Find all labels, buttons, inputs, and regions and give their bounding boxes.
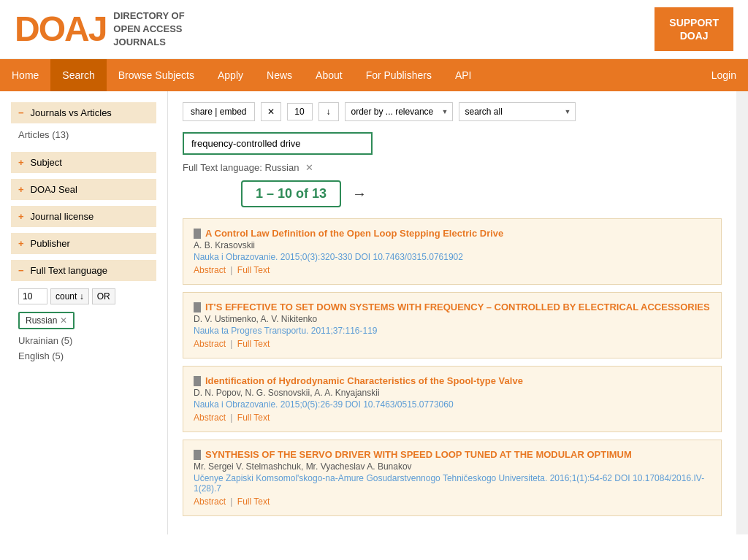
toggle-plus-subject: + <box>18 157 24 168</box>
result-links: Abstract | Full Text <box>194 496 711 507</box>
result-author: D. V. Ustimenko, A. V. Nikitenko <box>194 314 711 324</box>
subject-section: + Subject <box>11 152 156 173</box>
publisher-section: + Publisher <box>11 233 156 254</box>
fulltext-link[interactable]: Full Text <box>237 339 270 349</box>
result-links: Abstract | Full Text <box>194 413 711 423</box>
doaj-seal-section: + DOAJ Seal <box>11 179 156 200</box>
nav-login[interactable]: Login <box>700 59 748 91</box>
order-by-dropdown[interactable]: order by ... relevance <box>345 102 453 121</box>
toggle-plus-journal-license: + <box>18 211 24 222</box>
result-title-link[interactable]: SYNTHESIS OF THE SERVO DRIVER WITH SPEED… <box>205 449 632 460</box>
subject-header[interactable]: + Subject <box>11 152 156 173</box>
search-all-input[interactable] <box>459 102 576 121</box>
nav-about[interactable]: About <box>304 59 354 91</box>
scrollbar[interactable] <box>736 91 748 534</box>
nav-apply[interactable]: Apply <box>206 59 255 91</box>
result-title-row: Identification of Hydrodynamic Character… <box>194 375 711 386</box>
document-icon <box>194 376 201 386</box>
main-nav: Home Search Browse Subjects Apply News A… <box>0 59 748 91</box>
document-icon <box>194 450 201 460</box>
result-title-link[interactable]: Identification of Hydrodynamic Character… <box>205 375 523 386</box>
nav-api[interactable]: API <box>443 59 484 91</box>
full-text-language-items: count ↓ OR Russian ✕ Ukrainian (5) Engli… <box>11 281 156 367</box>
result-item: IT'S EFFECTIVE TO SET DOWN SYSTEMS WITH … <box>183 292 722 358</box>
toggle-minus: − <box>18 107 24 118</box>
result-item: Identification of Hydrodynamic Character… <box>183 366 722 432</box>
journal-license-header[interactable]: + Journal license <box>11 206 156 227</box>
order-by-dropdown-wrap: order by ... relevance <box>345 102 453 121</box>
abstract-link[interactable]: Abstract <box>194 265 226 275</box>
doaj-seal-header[interactable]: + DOAJ Seal <box>11 179 156 200</box>
filter-remove-icon[interactable]: ✕ <box>305 162 313 173</box>
share-embed-button[interactable]: share | embed <box>183 102 255 121</box>
result-title-row: IT'S EFFECTIVE TO SET DOWN SYSTEMS WITH … <box>194 302 711 312</box>
search-all-wrap <box>459 102 576 121</box>
filter-count-down-button[interactable]: count ↓ <box>50 288 89 304</box>
journals-vs-articles-section: − Journals vs Articles Articles (13) <box>11 102 156 146</box>
abstract-link[interactable]: Abstract <box>194 339 226 349</box>
logo-subtitle: DIRECTORY OF OPEN ACCESS JOURNALS <box>113 9 184 50</box>
nav-news[interactable]: News <box>255 59 304 91</box>
result-title-link[interactable]: A Control Law Definition of the Open Loo… <box>205 228 503 239</box>
document-icon <box>194 302 201 312</box>
page-header: DOAJ DIRECTORY OF OPEN ACCESS JOURNALS S… <box>0 0 748 59</box>
filter-count-input[interactable] <box>18 288 47 304</box>
result-title-row: A Control Law Definition of the Open Loo… <box>194 228 711 239</box>
journals-vs-articles-label: Journals vs Articles <box>31 107 112 118</box>
result-journal: Učenye Zapiski Komsomol'skogo-na-Amure G… <box>194 473 711 494</box>
full-text-language-label: Full Text language <box>31 265 107 276</box>
main-container: − Journals vs Articles Articles (13) + S… <box>0 91 748 534</box>
result-links: Abstract | Full Text <box>194 265 711 275</box>
nav-browse-subjects[interactable]: Browse Subjects <box>107 59 206 91</box>
toolbar: share | embed ✕ ↓ order by ... relevance <box>183 102 722 121</box>
russian-remove-icon[interactable]: ✕ <box>60 315 67 326</box>
fulltext-link[interactable]: Full Text <box>237 496 270 507</box>
fulltext-link[interactable]: Full Text <box>237 413 270 423</box>
result-author: D. N. Popov, N. G. Sosnovskii, A. A. Kny… <box>194 388 711 398</box>
subject-label: Subject <box>31 157 62 168</box>
nav-search[interactable]: Search <box>50 59 106 91</box>
next-page-button[interactable]: → <box>352 185 367 202</box>
fulltext-link[interactable]: Full Text <box>237 265 270 275</box>
abstract-link[interactable]: Abstract <box>194 496 226 507</box>
filter-tags: Full Text language: Russian ✕ <box>183 162 722 173</box>
journals-vs-articles-items: Articles (13) <box>11 123 156 146</box>
ukrainian-item[interactable]: Ukrainian (5) <box>18 333 149 348</box>
nav-for-publishers[interactable]: For Publishers <box>354 59 443 91</box>
pagination-badge: 1 – 10 of 13 <box>241 180 341 207</box>
english-item[interactable]: English (5) <box>18 348 149 364</box>
result-author: A. B. Krasovskii <box>194 240 711 250</box>
nav-home[interactable]: Home <box>0 59 50 91</box>
count-down-button[interactable]: ↓ <box>318 102 339 121</box>
clear-button[interactable]: ✕ <box>261 102 281 121</box>
support-doaj-button[interactable]: SUPPORTDOAJ <box>654 7 733 51</box>
journals-vs-articles-header[interactable]: − Journals vs Articles <box>11 102 156 123</box>
link-sep: | <box>230 265 232 275</box>
result-item: SYNTHESIS OF THE SERVO DRIVER WITH SPEED… <box>183 440 722 516</box>
sidebar: − Journals vs Articles Articles (13) + S… <box>0 91 168 534</box>
full-text-language-section: − Full Text language count ↓ OR Russian … <box>11 260 156 367</box>
result-title-link[interactable]: IT'S EFFECTIVE TO SET DOWN SYSTEMS WITH … <box>205 302 710 312</box>
journal-license-label: Journal license <box>31 211 94 222</box>
result-author: Mr. Sergei V. Stelmashchuk, Mr. Vyachesl… <box>194 461 711 472</box>
search-input[interactable] <box>183 132 373 155</box>
link-sep: | <box>230 339 232 349</box>
articles-count-item[interactable]: Articles (13) <box>18 127 149 142</box>
full-text-language-header[interactable]: − Full Text language <box>11 260 156 281</box>
logo-area: DOAJ DIRECTORY OF OPEN ACCESS JOURNALS <box>15 9 185 50</box>
filter-count-row: count ↓ OR <box>18 288 149 304</box>
or-button[interactable]: OR <box>92 288 115 304</box>
result-links: Abstract | Full Text <box>194 339 711 349</box>
result-title-row: SYNTHESIS OF THE SERVO DRIVER WITH SPEED… <box>194 449 711 460</box>
abstract-link[interactable]: Abstract <box>194 413 226 423</box>
publisher-header[interactable]: + Publisher <box>11 233 156 254</box>
russian-label: Russian <box>26 315 57 326</box>
link-sep: | <box>230 496 232 507</box>
publisher-label: Publisher <box>31 238 70 249</box>
russian-filter-badge[interactable]: Russian ✕ <box>18 312 75 329</box>
result-journal: Nauka i Obrazovanie. 2015;0(5):26-39 DOI… <box>194 399 711 410</box>
search-box-wrap <box>183 132 722 155</box>
results-count-input[interactable] <box>287 103 313 120</box>
results-list: A Control Law Definition of the Open Loo… <box>183 218 722 516</box>
pagination: 1 – 10 of 13 → <box>241 180 722 207</box>
